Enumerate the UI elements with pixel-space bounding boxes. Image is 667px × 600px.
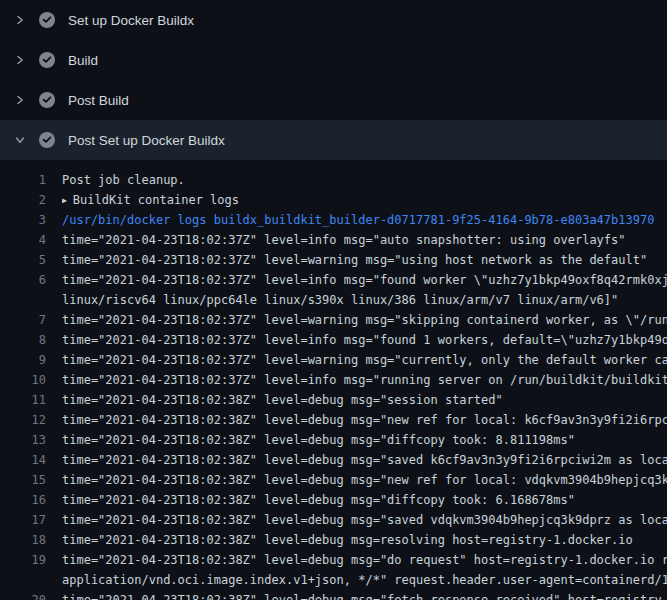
log-line: 14 time="2021-04-23T18:02:38Z" level=deb… <box>0 450 667 470</box>
log-line: 15 time="2021-04-23T18:02:38Z" level=deb… <box>0 470 667 490</box>
line-number[interactable]: 16 <box>0 490 46 510</box>
workflow-log-panel: Set up Docker Buildx Build P <box>0 0 667 600</box>
log-line: 9 time="2021-04-23T18:02:37Z" level=warn… <box>0 350 667 370</box>
log-line: 12 time="2021-04-23T18:02:38Z" level=deb… <box>0 410 667 430</box>
line-number[interactable]: 1 <box>0 170 46 190</box>
check-circle-icon <box>39 12 55 28</box>
log-text: time="2021-04-23T18:02:38Z" level=debug … <box>62 430 667 450</box>
log-text: time="2021-04-23T18:02:38Z" level=debug … <box>62 410 667 430</box>
log-text: application/vnd.oci.image.index.v1+json,… <box>62 570 667 590</box>
line-number[interactable]: 8 <box>0 330 46 350</box>
log-text: /usr/bin/docker logs buildx_buildkit_bui… <box>62 210 667 230</box>
log-line: 6 time="2021-04-23T18:02:37Z" level=info… <box>0 270 667 290</box>
log-text: time="2021-04-23T18:02:38Z" level=debug … <box>62 490 667 510</box>
check-circle-icon <box>39 132 55 148</box>
step-row-1[interactable]: Build <box>0 40 667 80</box>
log-line: 10 time="2021-04-23T18:02:37Z" level=inf… <box>0 370 667 390</box>
line-number[interactable]: 19 <box>0 550 46 570</box>
line-number[interactable]: 5 <box>0 250 46 270</box>
line-number[interactable] <box>0 570 46 590</box>
line-number[interactable]: 9 <box>0 350 46 370</box>
log-line: 13 time="2021-04-23T18:02:38Z" level=deb… <box>0 430 667 450</box>
check-circle-icon <box>39 52 55 68</box>
line-number[interactable] <box>0 290 46 310</box>
chevron-icon[interactable] <box>14 14 26 26</box>
log-text: time="2021-04-23T18:02:37Z" level=info m… <box>62 270 667 290</box>
log-line: 2 ▶BuildKit container logs <box>0 190 667 210</box>
log-line: 20 time="2021-04-23T18:02:38Z" level=deb… <box>0 590 667 600</box>
line-number[interactable]: 6 <box>0 270 46 290</box>
log-text: time="2021-04-23T18:02:37Z" level=warnin… <box>62 310 667 330</box>
log-line: 8 time="2021-04-23T18:02:37Z" level=info… <box>0 330 667 350</box>
line-number[interactable]: 7 <box>0 310 46 330</box>
log-line: 3 /usr/bin/docker logs buildx_buildkit_b… <box>0 210 667 230</box>
log-text: time="2021-04-23T18:02:37Z" level=info m… <box>62 370 667 390</box>
log-line: 1 Post job cleanup. <box>0 170 667 190</box>
step-list: Set up Docker Buildx Build P <box>0 0 667 160</box>
log-output: 1 Post job cleanup. 2 ▶BuildKit containe… <box>0 160 667 600</box>
log-text: linux/riscv64 linux/ppc64le linux/s390x … <box>62 290 667 310</box>
log-text: time="2021-04-23T18:02:37Z" level=info m… <box>62 230 667 250</box>
log-text: time="2021-04-23T18:02:38Z" level=debug … <box>62 450 667 470</box>
log-line: 17 time="2021-04-23T18:02:38Z" level=deb… <box>0 510 667 530</box>
log-line: application/vnd.oci.image.index.v1+json,… <box>0 570 667 590</box>
step-row-3[interactable]: Post Set up Docker Buildx <box>0 120 667 160</box>
log-text: time="2021-04-23T18:02:38Z" level=debug … <box>62 470 667 490</box>
line-number[interactable]: 13 <box>0 430 46 450</box>
log-line: 18 time="2021-04-23T18:02:38Z" level=deb… <box>0 530 667 550</box>
chevron-icon[interactable] <box>14 134 26 146</box>
step-row-0[interactable]: Set up Docker Buildx <box>0 0 667 40</box>
log-text: time="2021-04-23T18:02:37Z" level=info m… <box>62 330 667 350</box>
log-text: time="2021-04-23T18:02:38Z" level=debug … <box>62 590 667 600</box>
line-number[interactable]: 12 <box>0 410 46 430</box>
log-text: time="2021-04-23T18:02:38Z" level=debug … <box>62 550 667 570</box>
log-line: 7 time="2021-04-23T18:02:37Z" level=warn… <box>0 310 667 330</box>
log-line: 19 time="2021-04-23T18:02:38Z" level=deb… <box>0 550 667 570</box>
line-number[interactable]: 3 <box>0 210 46 230</box>
line-number[interactable]: 20 <box>0 590 46 600</box>
log-text: time="2021-04-23T18:02:38Z" level=debug … <box>62 510 667 530</box>
log-line: 16 time="2021-04-23T18:02:38Z" level=deb… <box>0 490 667 510</box>
line-number[interactable]: 11 <box>0 390 46 410</box>
step-label: Set up Docker Buildx <box>68 13 194 28</box>
chevron-icon[interactable] <box>14 94 26 106</box>
line-number[interactable]: 18 <box>0 530 46 550</box>
line-number[interactable]: 4 <box>0 230 46 250</box>
line-number[interactable]: 14 <box>0 450 46 470</box>
log-line: 5 time="2021-04-23T18:02:37Z" level=warn… <box>0 250 667 270</box>
log-line: 4 time="2021-04-23T18:02:37Z" level=info… <box>0 230 667 250</box>
log-text: Post job cleanup. <box>62 170 667 190</box>
line-number[interactable]: 2 <box>0 190 46 210</box>
log-line: linux/riscv64 linux/ppc64le linux/s390x … <box>0 290 667 310</box>
log-text: time="2021-04-23T18:02:38Z" level=debug … <box>62 390 667 410</box>
log-text: ▶BuildKit container logs <box>62 190 667 210</box>
line-number[interactable]: 17 <box>0 510 46 530</box>
log-text: time="2021-04-23T18:02:37Z" level=warnin… <box>62 350 667 370</box>
log-text: time="2021-04-23T18:02:38Z" level=debug … <box>62 530 667 550</box>
group-toggle-icon[interactable]: ▶ <box>62 191 67 210</box>
step-label: Post Build <box>68 93 129 108</box>
log-line: 11 time="2021-04-23T18:02:38Z" level=deb… <box>0 390 667 410</box>
line-number[interactable]: 15 <box>0 470 46 490</box>
line-number[interactable]: 10 <box>0 370 46 390</box>
step-label: Build <box>68 53 98 68</box>
step-row-2[interactable]: Post Build <box>0 80 667 120</box>
log-text: time="2021-04-23T18:02:37Z" level=warnin… <box>62 250 667 270</box>
check-circle-icon <box>39 92 55 108</box>
chevron-icon[interactable] <box>14 54 26 66</box>
step-label: Post Set up Docker Buildx <box>68 133 225 148</box>
